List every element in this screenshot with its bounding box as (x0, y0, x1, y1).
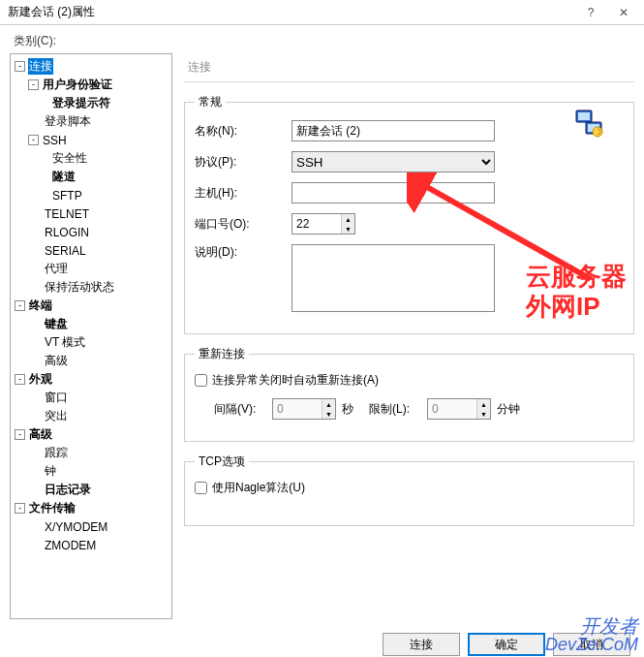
tree-keyboard[interactable]: 键盘 (13, 315, 169, 333)
collapse-icon[interactable]: - (15, 300, 25, 311)
nagle-checkbox[interactable] (195, 482, 207, 494)
port-label: 端口号(O): (195, 216, 291, 233)
tree-login-prompt[interactable]: 登录提示符 (13, 94, 169, 112)
port-spinner[interactable]: ▲ ▼ (291, 213, 355, 235)
desc-textarea[interactable] (291, 244, 495, 312)
tree-tunnel[interactable]: 隧道 (13, 168, 169, 186)
tree-ssh[interactable]: -SSH (13, 131, 169, 149)
minutes-label: 分钟 (497, 401, 520, 418)
limit-spinner[interactable]: ▲ ▼ (427, 398, 491, 420)
tree-zmodem[interactable]: ZMODEM (13, 536, 169, 554)
spinner-up-icon[interactable]: ▲ (477, 399, 490, 409)
reconnect-fieldset: 重新连接 连接异常关闭时自动重新连接(A) 间隔(V): ▲ ▼ 秒 限制(L)… (184, 346, 634, 442)
limit-label: 限制(L): (369, 401, 427, 418)
annotation-line2: 外网IP (526, 292, 627, 322)
host-input[interactable] (291, 182, 495, 203)
collapse-icon[interactable]: - (15, 61, 25, 72)
tree-terminal[interactable]: -终端 (13, 297, 169, 315)
window-title: 新建会话 (2)属性 (8, 4, 95, 20)
general-legend: 常规 (195, 94, 226, 110)
tree-login-script[interactable]: 登录脚本 (13, 112, 169, 131)
tree-telnet[interactable]: TELNET (13, 204, 169, 223)
category-tree[interactable]: -连接 -用户身份验证 登录提示符 登录脚本 -SSH 安全性 隧道 SFTP … (10, 53, 172, 619)
tree-security[interactable]: 安全性 (13, 149, 169, 168)
tree-clock[interactable]: 钟 (13, 462, 169, 481)
connect-button[interactable]: 连接 (383, 633, 460, 656)
settings-panel: 连接 常规 名称(N): 协议(P): SSH 主机(H): 端口号(O): (172, 53, 634, 619)
collapse-icon[interactable]: - (15, 429, 25, 440)
tree-file-transfer[interactable]: -文件传输 (13, 499, 169, 517)
tcp-legend: TCP选项 (195, 454, 249, 470)
auto-reconnect-checkbox[interactable] (195, 374, 207, 387)
ok-button[interactable]: 确定 (468, 633, 545, 656)
collapse-icon[interactable]: - (28, 79, 39, 90)
interval-label: 间隔(V): (214, 401, 272, 418)
section-title: 连接 (184, 53, 634, 82)
collapse-icon[interactable]: - (15, 374, 25, 385)
limit-input[interactable] (428, 399, 476, 419)
titlebar-controls: ? ✕ (574, 1, 640, 24)
collapse-icon[interactable]: - (15, 503, 25, 514)
desc-label: 说明(D): (195, 244, 291, 261)
interval-input[interactable] (273, 399, 322, 419)
svg-rect-1 (578, 112, 590, 120)
tree-connection[interactable]: -连接 (13, 57, 169, 76)
port-input[interactable] (292, 214, 341, 234)
annotation-line1: 云服务器 (526, 262, 627, 292)
name-input[interactable] (291, 120, 495, 141)
tree-rlogin[interactable]: RLOGIN (13, 223, 169, 241)
name-label: 名称(N): (195, 123, 291, 140)
collapse-icon[interactable]: - (28, 135, 39, 145)
annotation-text: 云服务器 外网IP (526, 262, 627, 322)
tree-vt-mode[interactable]: VT 模式 (13, 333, 169, 352)
spinner-down-icon[interactable]: ▼ (477, 409, 490, 419)
tree-keep-alive[interactable]: 保持活动状态 (13, 278, 169, 297)
tree-appearance[interactable]: -外观 (13, 370, 169, 389)
tree-logging[interactable]: 日志记录 (13, 481, 169, 499)
connection-icon (574, 109, 605, 140)
category-label: 类别(C): (0, 25, 644, 53)
tree-window[interactable]: 窗口 (13, 389, 169, 407)
spinner-down-icon[interactable]: ▼ (342, 224, 354, 234)
cancel-button[interactable]: 取消 (553, 633, 630, 656)
interval-spinner[interactable]: ▲ ▼ (272, 398, 336, 420)
seconds-label: 秒 (342, 401, 353, 418)
tree-user-auth[interactable]: -用户身份验证 (13, 76, 169, 94)
tree-advanced-term[interactable]: 高级 (13, 352, 169, 370)
help-button[interactable]: ? (574, 1, 607, 24)
reconnect-legend: 重新连接 (195, 346, 249, 362)
protocol-label: 协议(P): (195, 154, 291, 171)
close-button[interactable]: ✕ (607, 1, 640, 24)
spinner-up-icon[interactable]: ▲ (322, 399, 335, 409)
titlebar: 新建会话 (2)属性 ? ✕ (0, 0, 644, 25)
tree-xymodem[interactable]: X/YMODEM (13, 517, 169, 536)
spinner-up-icon[interactable]: ▲ (342, 214, 354, 224)
spinner-down-icon[interactable]: ▼ (322, 409, 335, 419)
protocol-select[interactable]: SSH (291, 151, 495, 172)
auto-reconnect-label: 连接异常关闭时自动重新连接(A) (212, 372, 379, 389)
tree-serial[interactable]: SERIAL (13, 241, 169, 260)
tree-sftp[interactable]: SFTP (13, 186, 169, 204)
dialog-buttons: 连接 确定 取消 (0, 625, 644, 656)
nagle-label: 使用Nagle算法(U) (212, 480, 305, 496)
tree-advanced[interactable]: -高级 (13, 425, 169, 444)
tree-trace[interactable]: 跟踪 (13, 444, 169, 462)
tree-highlight[interactable]: 突出 (13, 407, 169, 425)
tcp-fieldset: TCP选项 使用Nagle算法(U) (184, 454, 634, 526)
host-label: 主机(H): (195, 185, 291, 202)
tree-proxy[interactable]: 代理 (13, 260, 169, 278)
